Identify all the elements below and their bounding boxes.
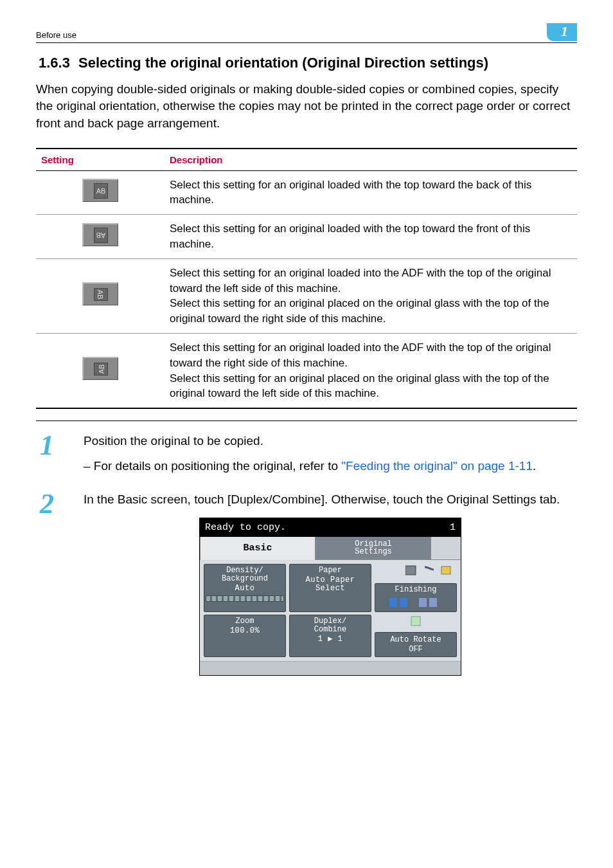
orientation-top-front-icon: AB <box>82 223 118 246</box>
step-2: 2 In the Basic screen, touch [Duplex/Com… <box>36 491 577 676</box>
orientation-left-icon: AB <box>82 282 118 305</box>
density-button[interactable]: Density/ Background Auto <box>204 564 286 612</box>
table-row: AB Select this setting for an original l… <box>36 258 577 333</box>
svg-rect-4 <box>419 598 427 607</box>
zoom-button[interactable]: Zoom 100.0% <box>204 615 286 657</box>
intro-paragraph: When copying double-sided originals or m… <box>36 81 577 132</box>
page-header: Before use 1 <box>36 23 577 43</box>
finishing-icon <box>377 597 455 608</box>
step-subtext: – For details on positioning the origina… <box>93 458 577 475</box>
breadcrumb: Before use <box>36 30 76 41</box>
orientation-settings-table: Setting Description AB Select this setti… <box>36 148 577 410</box>
svg-rect-2 <box>389 598 397 607</box>
step-number: 1 <box>36 433 84 475</box>
chapter-badge: 1 <box>547 23 577 41</box>
svg-rect-3 <box>400 598 407 607</box>
paper-button[interactable]: Paper Auto Paper Select <box>289 564 371 612</box>
link-feeding-original[interactable]: "Feeding the original" on page 1-11 <box>341 459 533 473</box>
tab-original-settings[interactable]: Original Settings <box>315 537 431 560</box>
col-header-description: Description <box>164 149 577 171</box>
tab-basic[interactable]: Basic <box>200 537 315 560</box>
step-text: Position the original to be copied. <box>84 433 577 450</box>
step-1: 1 Position the original to be copied. – … <box>36 433 577 475</box>
top-icons <box>375 564 457 578</box>
row-description: Select this setting for an original load… <box>164 215 577 259</box>
row-description: Select this setting for an original load… <box>164 333 577 408</box>
svg-rect-5 <box>429 598 437 607</box>
divider <box>36 420 577 421</box>
tab-spacer <box>431 537 461 560</box>
step-text: In the Basic screen, touch [Duplex/Combi… <box>84 491 577 509</box>
screen-status: Ready to copy. <box>205 521 286 534</box>
screen-counter: 1 <box>450 521 456 534</box>
finishing-button[interactable]: Finishing <box>375 583 457 612</box>
row-description: Select this setting for an original load… <box>164 170 577 215</box>
step-number: 2 <box>36 491 84 676</box>
screen-bottombar <box>200 661 461 675</box>
table-row: AB Select this setting for an original l… <box>36 333 577 408</box>
svg-rect-0 <box>405 566 416 575</box>
table-row: AB Select this setting for an original l… <box>36 215 577 259</box>
col-header-setting: Setting <box>36 149 164 171</box>
auto-rotate-button[interactable]: Auto Rotate OFF <box>375 632 457 657</box>
section-title-text: Selecting the original orientation (Orig… <box>78 53 577 73</box>
section-heading: 1.6.3 Selecting the original orientation… <box>36 53 577 73</box>
orientation-right-icon: AB <box>82 357 118 380</box>
basic-screen: Ready to copy. 1 Basic Original Settings… <box>199 518 461 676</box>
duplex-combine-button[interactable]: Duplex/ Combine 1 ▶ 1 <box>289 615 371 657</box>
density-scale-icon <box>206 595 284 602</box>
table-row: AB Select this setting for an original l… <box>36 170 577 215</box>
svg-rect-1 <box>441 566 450 574</box>
row-description: Select this setting for an original load… <box>164 258 577 333</box>
section-number: 1.6.3 <box>36 53 78 73</box>
svg-rect-6 <box>411 617 420 626</box>
page-icon <box>375 615 457 629</box>
orientation-top-back-icon: AB <box>82 179 118 202</box>
